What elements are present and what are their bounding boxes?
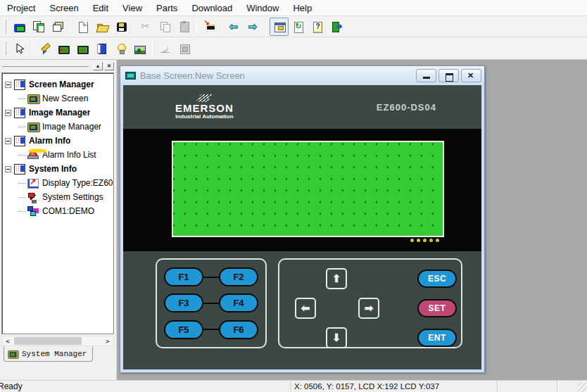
manager-folder-icon	[14, 108, 26, 118]
tree-item-label: Alarm Info List	[42, 150, 96, 160]
system-manager-panel: ▲ ✕ Screen Manager New Screen Image Mana…	[0, 60, 117, 380]
tree-item-system-settings[interactable]: System Settings	[2, 190, 113, 204]
emerson-logo-icon	[196, 94, 212, 102]
tree-group-screen-manager[interactable]: Screen Manager	[2, 77, 113, 91]
screen-stack-button[interactable]	[48, 18, 67, 36]
function-key-pad: F1 F2 F3 F4 F5 F6	[156, 258, 267, 348]
message-display-icon: MSG	[58, 46, 70, 54]
new-screen-button[interactable]	[10, 18, 29, 36]
save-button[interactable]	[111, 18, 130, 36]
forward-button[interactable]	[244, 18, 263, 36]
pointer-icon	[14, 43, 25, 54]
key-connector	[203, 303, 220, 304]
status-panel	[557, 381, 587, 392]
display-type-icon	[27, 178, 39, 188]
draw-tool-button[interactable]	[35, 39, 54, 58]
collapse-icon[interactable]	[5, 166, 11, 172]
menu-edit[interactable]: Edit	[86, 0, 115, 15]
toolbar-grip[interactable]	[4, 20, 6, 34]
menu-download[interactable]: Download	[184, 0, 239, 15]
alarm-icon	[27, 150, 39, 160]
mdi-workspace: Base Screen:New Screen EMERSON Industria…	[117, 60, 587, 380]
collapse-icon[interactable]	[5, 110, 11, 116]
menu-screen[interactable]: Screen	[42, 0, 85, 15]
minimize-button[interactable]	[416, 69, 436, 82]
separator	[133, 19, 134, 34]
tree-group-image-manager[interactable]: Image Manager	[2, 106, 113, 120]
help-button[interactable]	[308, 18, 327, 36]
copy-screen-icon	[33, 21, 44, 32]
manager-folder-icon	[14, 80, 26, 89]
register-book-button[interactable]	[92, 39, 111, 58]
separator	[70, 19, 70, 34]
tab-label: System Manager	[22, 350, 87, 358]
tab-system-manager[interactable]: System Manager	[4, 346, 93, 362]
scroll-left-button[interactable]: <	[2, 336, 13, 346]
menu-parts[interactable]: Parts	[149, 0, 184, 15]
maximize-button[interactable]	[438, 69, 459, 82]
key-set: SET	[417, 299, 457, 317]
scrollbar-thumb[interactable]	[14, 337, 82, 345]
tree-item-alarm-info-list[interactable]: Alarm Info List	[2, 148, 113, 162]
key-esc: ESC	[417, 270, 457, 288]
tree-group-alarm-info[interactable]: Alarm Info	[2, 134, 113, 148]
device-top-bezel: EMERSON Industrial Automation EZ600-DS04	[123, 85, 481, 129]
download-button[interactable]	[200, 18, 219, 36]
close-button[interactable]	[461, 69, 481, 82]
tree-group-system-info[interactable]: System Info	[2, 162, 113, 176]
pointer-tool-button[interactable]	[10, 39, 29, 58]
tree-group-label: Screen Manager	[29, 80, 94, 89]
number-display-button[interactable]: 123	[73, 39, 92, 58]
window-titlebar[interactable]: Base Screen:New Screen	[120, 66, 484, 85]
menu-project[interactable]: Project	[0, 0, 42, 15]
exit-button[interactable]	[327, 18, 346, 36]
tree-item-com1[interactable]: COM1:DEMO	[2, 204, 113, 218]
tree-item-image-manager[interactable]: Image Manager	[2, 120, 113, 134]
menu-help[interactable]: Help	[286, 0, 319, 15]
lcd-design-canvas[interactable]	[172, 141, 444, 237]
open-project-button[interactable]	[92, 18, 111, 36]
coordinates-text: X: 0506, Y: 0157, LCD X:192 LCD Y:037	[294, 382, 439, 391]
dock-close-button[interactable]: ✕	[104, 62, 114, 70]
device-model: EZ600-DS04	[377, 102, 481, 113]
tree-item-label: Display Type:EZ600	[42, 178, 113, 188]
status-ready-text: Ready	[0, 381, 23, 391]
back-button[interactable]	[225, 18, 244, 36]
pen-icon	[39, 43, 51, 54]
fkey-row: F5 F6	[164, 320, 258, 339]
download-icon	[204, 21, 215, 32]
collapse-icon[interactable]	[5, 138, 11, 144]
window-title: Base Screen:New Screen	[140, 70, 412, 81]
collapse-icon[interactable]	[5, 82, 11, 88]
resize-grip[interactable]	[578, 383, 587, 392]
properties-icon	[179, 43, 190, 54]
dock-grip[interactable]	[2, 65, 89, 67]
com-port-icon	[27, 206, 39, 216]
arrow-left-key: ⬅	[295, 298, 316, 319]
paste-button	[175, 18, 194, 36]
main-area: ▲ ✕ Screen Manager New Screen Image Mana…	[0, 60, 587, 380]
manager-folder-icon	[14, 136, 26, 146]
tree-horizontal-scrollbar[interactable]: < >	[1, 336, 114, 346]
dock-pin-button[interactable]: ▲	[93, 62, 103, 70]
toolbar-grip[interactable]	[4, 42, 6, 56]
menu-window[interactable]: Window	[239, 0, 286, 15]
scroll-right-button[interactable]: >	[102, 336, 113, 346]
device-keypad-bezel: F1 F2 F3 F4 F5 F6	[123, 251, 481, 369]
image-part-button[interactable]	[130, 39, 149, 58]
screen-stack-icon	[52, 21, 63, 32]
separator	[196, 19, 197, 34]
screen-window-icon	[125, 72, 136, 80]
key-f2: F2	[219, 267, 258, 286]
message-display-button[interactable]: MSG	[54, 39, 73, 58]
menu-view[interactable]: View	[115, 0, 149, 15]
copy-screen-button[interactable]	[29, 18, 48, 36]
lamp-part-button[interactable]	[111, 39, 130, 58]
manager-folder-icon	[14, 164, 26, 174]
tree-item-display-type[interactable]: Display Type:EZ600	[2, 176, 113, 190]
window-controls	[416, 69, 481, 82]
workspace-toggle-button[interactable]	[270, 18, 289, 36]
tree-item-new-screen[interactable]: New Screen	[2, 91, 113, 106]
new-project-button[interactable]	[73, 18, 92, 36]
refresh-button[interactable]	[289, 18, 308, 36]
